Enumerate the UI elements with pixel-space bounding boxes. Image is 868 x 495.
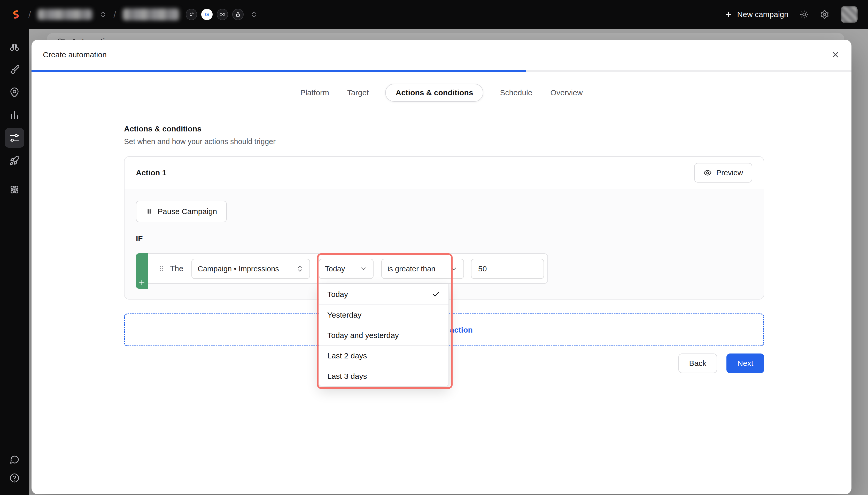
if-label: IF xyxy=(136,234,752,243)
sidebar-item-analytics[interactable] xyxy=(5,105,24,125)
operator-select-value: is greater than xyxy=(387,265,435,273)
svg-text:G: G xyxy=(205,12,209,17)
next-button[interactable]: Next xyxy=(727,354,764,373)
chevrons-up-down-icon xyxy=(296,265,304,273)
eye-icon xyxy=(703,169,712,177)
redacted-account-name[interactable] xyxy=(123,8,179,20)
threshold-value-input[interactable] xyxy=(471,259,544,279)
section-heading: Actions & conditions xyxy=(124,124,764,133)
sidebar xyxy=(0,29,29,495)
settings-button[interactable] xyxy=(820,10,829,19)
tab-target[interactable]: Target xyxy=(346,84,370,101)
add-condition-button[interactable] xyxy=(138,279,146,287)
action-card-title: Action 1 xyxy=(136,168,166,177)
dropdown-option-today[interactable]: Today xyxy=(319,284,449,304)
create-automation-modal: Create automation Platform Target Action… xyxy=(32,40,851,494)
redacted-workspace-name[interactable] xyxy=(37,9,92,20)
breadcrumb-separator: / xyxy=(29,10,31,20)
timeframe-select[interactable]: Today xyxy=(319,259,373,279)
progress-bar xyxy=(32,70,851,72)
condition-block: The Campaign • Impressions Today xyxy=(136,253,752,289)
section-subtitle: Set when and how your actions should tri… xyxy=(124,137,764,146)
map-pin-icon xyxy=(9,87,20,98)
sidebar-item-chat[interactable] xyxy=(5,451,24,467)
drag-handle-icon[interactable] xyxy=(158,264,165,273)
dropdown-option-today-and-yesterday[interactable]: Today and yesterday xyxy=(319,325,449,345)
atom-icon xyxy=(9,184,20,195)
wizard-tabs: Platform Target Actions & conditions Sch… xyxy=(32,84,851,102)
metric-select[interactable]: Campaign • Impressions xyxy=(191,259,310,279)
platform-icons-group: G xyxy=(186,9,244,20)
sidebar-item-tracking[interactable] xyxy=(5,83,24,102)
tab-platform[interactable]: Platform xyxy=(299,84,331,101)
chevron-down-icon xyxy=(450,265,458,273)
gear-icon xyxy=(820,10,829,19)
modal-title: Create automation xyxy=(43,50,107,59)
back-button[interactable]: Back xyxy=(679,354,717,373)
check-icon xyxy=(432,290,440,298)
condition-article: The xyxy=(170,264,183,273)
automations-icon xyxy=(9,133,20,143)
topbar: / / G New c xyxy=(0,0,868,29)
chevron-down-icon xyxy=(360,265,367,273)
dropdown-option-last-3-days[interactable]: Last 3 days xyxy=(319,365,449,386)
progress-bar-fill xyxy=(32,70,526,72)
lock-icon[interactable] xyxy=(232,9,244,20)
preview-label: Preview xyxy=(716,169,743,177)
plus-icon xyxy=(724,10,733,19)
condition-group-bar xyxy=(136,253,148,289)
sun-icon xyxy=(800,10,808,19)
tiktok-icon[interactable] xyxy=(186,9,197,20)
operator-select[interactable]: is greater than xyxy=(381,259,464,279)
sidebar-item-help[interactable] xyxy=(5,470,24,486)
tab-actions-conditions[interactable]: Actions & conditions xyxy=(385,84,483,102)
google-icon[interactable]: G xyxy=(201,9,213,20)
timeframe-dropdown-menu: Today Yesterday Today and yesterday xyxy=(319,284,449,386)
rocket-icon xyxy=(9,155,20,166)
help-icon xyxy=(9,473,20,483)
avatar[interactable] xyxy=(840,6,858,23)
metric-select-value: Campaign • Impressions xyxy=(198,265,279,273)
sidebar-item-launch[interactable] xyxy=(5,151,24,170)
tab-overview[interactable]: Overview xyxy=(549,84,584,101)
dropdown-option-yesterday[interactable]: Yesterday xyxy=(319,304,449,325)
timeframe-select-value: Today xyxy=(325,265,345,273)
chat-icon xyxy=(9,454,20,464)
chevrons-up-down-icon[interactable] xyxy=(99,11,107,18)
breadcrumb-separator: / xyxy=(113,10,116,20)
bar-chart-icon xyxy=(9,110,20,121)
chevrons-up-down-icon[interactable] xyxy=(250,11,258,18)
preview-button[interactable]: Preview xyxy=(694,163,752,183)
close-button[interactable] xyxy=(831,50,840,59)
close-icon xyxy=(831,50,840,59)
sidebar-item-explore[interactable] xyxy=(5,37,24,57)
sidebar-item-automations[interactable] xyxy=(5,128,24,148)
action-card: Action 1 Preview Pause Campaign IF xyxy=(124,156,764,300)
theme-toggle-button[interactable] xyxy=(800,10,808,19)
app-logo xyxy=(10,9,22,20)
dropdown-option-last-2-days[interactable]: Last 2 days xyxy=(319,345,449,365)
meta-icon[interactable] xyxy=(217,9,228,20)
condition-row: The Campaign • Impressions Today xyxy=(148,253,548,284)
sidebar-item-creatives[interactable] xyxy=(5,60,24,80)
new-campaign-button[interactable]: New campaign xyxy=(724,10,788,19)
binoculars-icon xyxy=(9,41,20,52)
brush-icon xyxy=(9,64,20,75)
sidebar-item-integrations[interactable] xyxy=(5,180,24,199)
pause-campaign-button[interactable]: Pause Campaign xyxy=(136,201,227,222)
pause-icon xyxy=(146,208,152,215)
tab-schedule[interactable]: Schedule xyxy=(498,84,534,101)
pause-campaign-label: Pause Campaign xyxy=(157,207,217,216)
new-campaign-label: New campaign xyxy=(737,10,788,19)
